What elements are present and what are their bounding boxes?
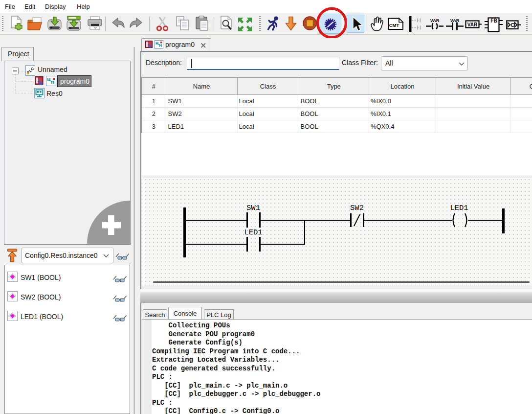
svg-text:SW1: SW1: [246, 204, 260, 212]
svg-text:FB: FB: [490, 18, 497, 23]
svg-text:CMT: CMT: [389, 23, 399, 28]
svg-text:LED1: LED1: [450, 204, 468, 212]
svg-text:C: C: [510, 23, 514, 28]
svg-text:VAR: VAR: [430, 18, 440, 23]
svg-text:SW2: SW2: [350, 204, 364, 212]
svg-text:VAR: VAR: [450, 18, 460, 23]
svg-text:LED1: LED1: [244, 228, 262, 237]
svg-text:VAR: VAR: [467, 22, 478, 27]
